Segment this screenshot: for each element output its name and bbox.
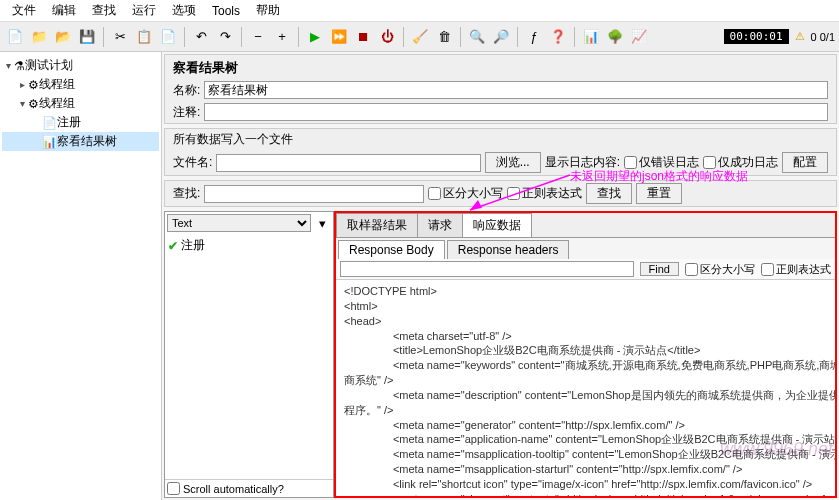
tab-response-data[interactable]: 响应数据 — [462, 213, 532, 237]
find-input[interactable] — [340, 261, 634, 277]
tab-sampler-result[interactable]: 取样器结果 — [336, 213, 418, 237]
only-success-checkbox[interactable]: 仅成功日志 — [703, 154, 778, 171]
template-icon[interactable]: 📊 — [580, 26, 602, 48]
search-label: 查找: — [173, 185, 200, 202]
minus-icon[interactable]: − — [247, 26, 269, 48]
menu-options[interactable]: 选项 — [164, 0, 204, 21]
shutdown-icon[interactable]: ⏻ — [376, 26, 398, 48]
case-sensitive-checkbox[interactable]: 区分大小写 — [428, 185, 503, 202]
renderer-select[interactable]: Text — [167, 214, 311, 232]
log-display-label: 显示日志内容: — [545, 154, 620, 171]
open-icon[interactable]: 📂 — [52, 26, 74, 48]
clear-all-icon[interactable]: 🗑 — [433, 26, 455, 48]
separator — [403, 27, 404, 47]
name-input[interactable] — [204, 81, 828, 99]
save-icon[interactable]: 💾 — [76, 26, 98, 48]
search-button[interactable]: 查找 — [586, 183, 632, 204]
tree-icon[interactable]: 🌳 — [604, 26, 626, 48]
find-button[interactable]: Find — [640, 262, 679, 276]
comment-input[interactable] — [204, 103, 828, 121]
menubar: 文件 编辑 查找 运行 选项 Tools 帮助 — [0, 0, 839, 22]
success-icon: ✔ — [168, 239, 178, 253]
response-panel: 取样器结果 请求 响应数据 Response Body Response hea… — [334, 211, 837, 498]
tab-request[interactable]: 请求 — [417, 213, 463, 237]
start-notimers-icon[interactable]: ⏩ — [328, 26, 350, 48]
test-plan-tree[interactable]: ▾⚗ 测试计划 ▸⚙ 线程组 ▾⚙ 线程组 📄 注册 📊 察看结果树 — [0, 52, 162, 500]
browse-button[interactable]: 浏览... — [485, 152, 541, 173]
menu-edit[interactable]: 编辑 — [44, 0, 84, 21]
comment-label: 注释: — [173, 104, 200, 121]
search-input[interactable] — [204, 185, 424, 203]
separator — [460, 27, 461, 47]
renderer-config-icon[interactable]: ▾ — [313, 214, 331, 232]
report-icon[interactable]: 📈 — [628, 26, 650, 48]
tree-view-results-tree[interactable]: 📊 察看结果树 — [2, 132, 159, 151]
filename-label: 文件名: — [173, 154, 212, 171]
reset-search-icon[interactable]: 🔎 — [490, 26, 512, 48]
new-icon[interactable]: 📄 — [4, 26, 26, 48]
function-icon[interactable]: ƒ — [523, 26, 545, 48]
subtab-response-body[interactable]: Response Body — [338, 240, 445, 259]
find-regex-checkbox[interactable]: 正则表达式 — [761, 262, 831, 277]
tree-register-sampler[interactable]: 📄 注册 — [2, 113, 159, 132]
separator — [103, 27, 104, 47]
panel-title: 察看结果树 — [165, 55, 836, 79]
results-tree[interactable]: ✔注册 — [165, 234, 333, 479]
timer-display: 00:00:01 — [724, 29, 789, 44]
menu-tools[interactable]: Tools — [204, 2, 248, 20]
result-item-register[interactable]: ✔注册 — [167, 236, 331, 255]
thread-counter: 0 0/1 — [811, 31, 835, 43]
separator — [298, 27, 299, 47]
separator — [574, 27, 575, 47]
find-case-checkbox[interactable]: 区分大小写 — [685, 262, 755, 277]
file-section-header: 所有数据写入一个文件 — [165, 129, 836, 150]
search-icon[interactable]: 🔍 — [466, 26, 488, 48]
separator — [241, 27, 242, 47]
undo-icon[interactable]: ↶ — [190, 26, 212, 48]
separator — [184, 27, 185, 47]
config-button[interactable]: 配置 — [782, 152, 828, 173]
stop-icon[interactable]: ⏹ — [352, 26, 374, 48]
cut-icon[interactable]: ✂ — [109, 26, 131, 48]
scroll-auto-checkbox[interactable]: Scroll automatically? — [165, 479, 333, 497]
templates-icon[interactable]: 📁 — [28, 26, 50, 48]
menu-help[interactable]: 帮助 — [248, 0, 288, 21]
plus-icon[interactable]: + — [271, 26, 293, 48]
help-icon[interactable]: ❓ — [547, 26, 569, 48]
menu-file[interactable]: 文件 — [4, 0, 44, 21]
copy-icon[interactable]: 📋 — [133, 26, 155, 48]
start-icon[interactable]: ▶ — [304, 26, 326, 48]
tree-test-plan[interactable]: ▾⚗ 测试计划 — [2, 56, 159, 75]
menu-run[interactable]: 运行 — [124, 0, 164, 21]
subtab-response-headers[interactable]: Response headers — [447, 240, 570, 259]
regex-checkbox[interactable]: 正则表达式 — [507, 185, 582, 202]
response-body-text[interactable]: <!DOCTYPE html> <html> <head> <meta char… — [336, 280, 835, 496]
filename-input[interactable] — [216, 154, 480, 172]
only-error-checkbox[interactable]: 仅错误日志 — [624, 154, 699, 171]
tree-thread-group-1[interactable]: ▸⚙ 线程组 — [2, 75, 159, 94]
toolbar: 📄 📁 📂 💾 ✂ 📋 📄 ↶ ↷ − + ▶ ⏩ ⏹ ⏻ 🧹 🗑 🔍 🔎 ƒ … — [0, 22, 839, 52]
clear-icon[interactable]: 🧹 — [409, 26, 431, 48]
tree-thread-group-2[interactable]: ▾⚙ 线程组 — [2, 94, 159, 113]
name-label: 名称: — [173, 82, 200, 99]
paste-icon[interactable]: 📄 — [157, 26, 179, 48]
reset-button[interactable]: 重置 — [636, 183, 682, 204]
separator — [517, 27, 518, 47]
redo-icon[interactable]: ↷ — [214, 26, 236, 48]
warning-icon: ⚠ — [795, 30, 805, 43]
menu-find[interactable]: 查找 — [84, 0, 124, 21]
